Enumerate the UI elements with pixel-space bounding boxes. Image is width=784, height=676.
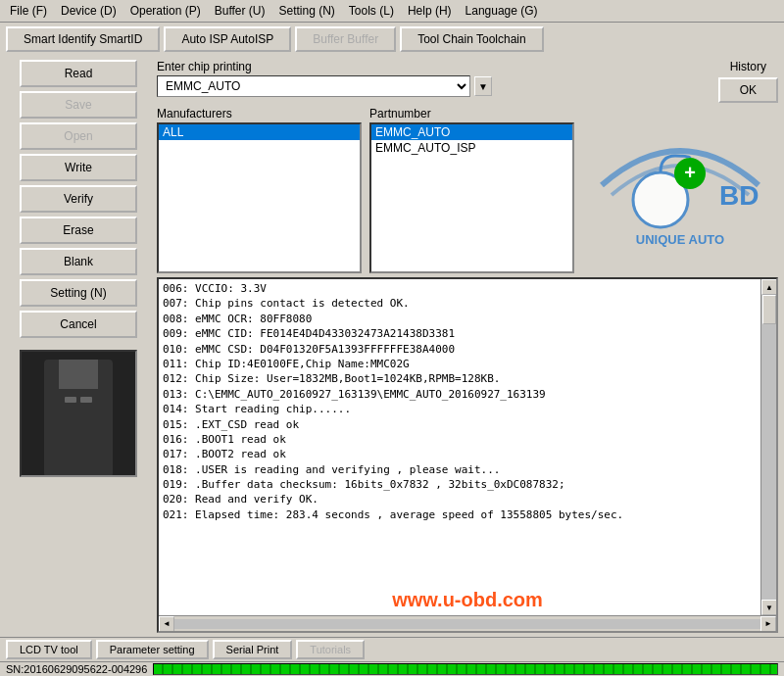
parameter-button[interactable]: Parameter setting xyxy=(96,640,209,659)
log-line: 020: Read and verify OK. xyxy=(163,492,757,507)
partnumber-section: Partnumber EMMC_AUTO EMMC_AUTO_ISP xyxy=(369,107,574,273)
progress-fill xyxy=(154,664,777,674)
right-panel: Enter chip printing EMMC_AUTO ▼ History … xyxy=(157,60,778,633)
log-line: 009: eMMC CID: FE014E4D4D433032473A21438… xyxy=(163,326,757,341)
tutorials-button[interactable]: Tutorials xyxy=(296,640,365,659)
chip-section: Enter chip printing EMMC_AUTO ▼ History … xyxy=(157,60,778,103)
log-line: 021: Elapsed time: 283.4 seconds , avera… xyxy=(163,507,757,522)
bottom-bar: LCD TV tool Parameter setting Serial Pri… xyxy=(0,637,784,661)
serial-print-button[interactable]: Serial Print xyxy=(213,640,293,659)
hscroll-right[interactable]: ► xyxy=(760,616,776,632)
log-vscroll[interactable]: ▲ ▼ xyxy=(760,279,776,615)
partnumber-item-0[interactable]: EMMC_AUTO xyxy=(371,124,572,140)
menu-tools[interactable]: Tools (L) xyxy=(343,2,400,20)
menubar: File (F) Device (D) Operation (P) Buffer… xyxy=(0,0,784,23)
device-image xyxy=(20,350,137,477)
log-line: 013: C:\EMMC_AUTO_20160927_163139\EMMC_A… xyxy=(163,387,757,402)
svg-text:+: + xyxy=(684,162,696,183)
hscroll-track xyxy=(174,619,760,629)
log-line: 006: VCCIO: 3.3V xyxy=(163,281,757,296)
lists-row: Manufacturers ALL Partnumber EMMC_AUTO E… xyxy=(157,107,778,273)
log-hscroll: ◄ ► xyxy=(159,615,776,631)
erase-button[interactable]: Erase xyxy=(20,217,137,244)
log-line: 017: .BOOT2 read ok xyxy=(163,447,757,461)
log-line: 014: Start reading chip...... xyxy=(163,402,757,416)
history-label: History xyxy=(730,60,766,73)
sn-label: SN:20160629095622-004296 xyxy=(6,663,147,675)
auto-isp-button[interactable]: Auto ISP AutoISP xyxy=(164,26,291,52)
logo-area: + BD UNIQUE AUTO xyxy=(582,107,778,273)
main-content: Read Save Open Write Verify Erase Blank … xyxy=(0,56,784,637)
partnumber-list[interactable]: EMMC_AUTO EMMC_AUTO_ISP xyxy=(369,122,574,273)
partnumber-label: Partnumber xyxy=(369,107,574,121)
setting-button[interactable]: Setting (N) xyxy=(20,279,137,307)
menu-operation[interactable]: Operation (P) xyxy=(124,2,207,20)
log-inner: 006: VCCIO: 3.3V007: Chip pins contact i… xyxy=(159,279,776,615)
log-line: 012: Chip Size: User=1832MB,Boot1=1024KB… xyxy=(163,371,757,386)
history-section: History OK xyxy=(718,60,778,103)
svg-text:BD: BD xyxy=(719,180,759,211)
svg-text:UNIQUE AUTO: UNIQUE AUTO xyxy=(636,232,724,247)
manufacturers-label: Manufacturers xyxy=(157,107,362,121)
manufacturers-list[interactable]: ALL xyxy=(157,122,362,273)
log-line: 019: .Buffer data checksum: 16bits_0x783… xyxy=(163,477,757,492)
partnumber-item-1[interactable]: EMMC_AUTO_ISP xyxy=(371,140,572,156)
log-line: 010: eMMC CSD: D04F01320F5A1393FFFFFFE38… xyxy=(163,342,757,357)
blank-button[interactable]: Blank xyxy=(20,248,137,275)
manufacturer-item-all[interactable]: ALL xyxy=(159,124,360,140)
tool-chain-button[interactable]: Tool Chain Toolchain xyxy=(400,26,544,52)
smart-identify-button[interactable]: Smart Identify SmartID xyxy=(6,26,160,52)
menu-setting[interactable]: Setting (N) xyxy=(273,2,341,20)
manufacturers-section: Manufacturers ALL xyxy=(157,107,362,273)
main-window: File (F) Device (D) Operation (P) Buffer… xyxy=(0,0,784,676)
ok-button[interactable]: OK xyxy=(718,77,778,103)
watermark: www.u-obd.com xyxy=(392,589,543,611)
buffer-button[interactable]: Buffer Buffer xyxy=(295,26,396,52)
log-line: 015: .EXT_CSD read ok xyxy=(163,417,757,432)
log-line: 018: .USER is reading and verifying , pl… xyxy=(163,462,757,477)
chip-form: Enter chip printing EMMC_AUTO ▼ xyxy=(157,60,710,97)
vscroll-down[interactable]: ▼ xyxy=(761,600,776,615)
chip-select[interactable]: EMMC_AUTO xyxy=(157,75,470,97)
progress-bar xyxy=(153,663,778,675)
write-button[interactable]: Write xyxy=(20,154,137,181)
vscroll-track xyxy=(761,295,776,600)
vscroll-thumb[interactable] xyxy=(762,295,776,324)
menu-file[interactable]: File (F) xyxy=(4,2,53,20)
cancel-button[interactable]: Cancel xyxy=(20,311,137,338)
log-line: 008: eMMC OCR: 80FF8080 xyxy=(163,312,757,326)
log-area: 006: VCCIO: 3.3V007: Chip pins contact i… xyxy=(157,277,778,633)
open-button[interactable]: Open xyxy=(20,122,137,150)
hscroll-left[interactable]: ◄ xyxy=(159,616,174,632)
log-line: 007: Chip pins contact is detected OK. xyxy=(163,296,757,311)
chip-row: EMMC_AUTO ▼ xyxy=(157,75,710,97)
status-bar: SN:20160629095622-004296 xyxy=(0,661,784,676)
enter-chip-label: Enter chip printing xyxy=(157,60,710,73)
chip-dropdown-arrow[interactable]: ▼ xyxy=(474,76,492,96)
left-panel: Read Save Open Write Verify Erase Blank … xyxy=(6,60,151,633)
toolbar: Smart Identify SmartID Auto ISP AutoISP … xyxy=(0,23,784,56)
menu-language[interactable]: Language (G) xyxy=(460,2,544,20)
lcd-tv-button[interactable]: LCD TV tool xyxy=(6,640,92,659)
read-button[interactable]: Read xyxy=(20,60,137,87)
menu-help[interactable]: Help (H) xyxy=(402,2,458,20)
log-line: 011: Chip ID:4E0100FE,Chip Name:MMC02G xyxy=(163,357,757,371)
menu-device[interactable]: Device (D) xyxy=(55,2,122,20)
log-line: 016: .BOOT1 read ok xyxy=(163,432,757,447)
menu-buffer[interactable]: Buffer (U) xyxy=(209,2,271,20)
verify-button[interactable]: Verify xyxy=(20,185,137,213)
vscroll-up[interactable]: ▲ xyxy=(761,279,776,295)
log-content[interactable]: 006: VCCIO: 3.3V007: Chip pins contact i… xyxy=(159,279,760,615)
save-button[interactable]: Save xyxy=(20,91,137,119)
